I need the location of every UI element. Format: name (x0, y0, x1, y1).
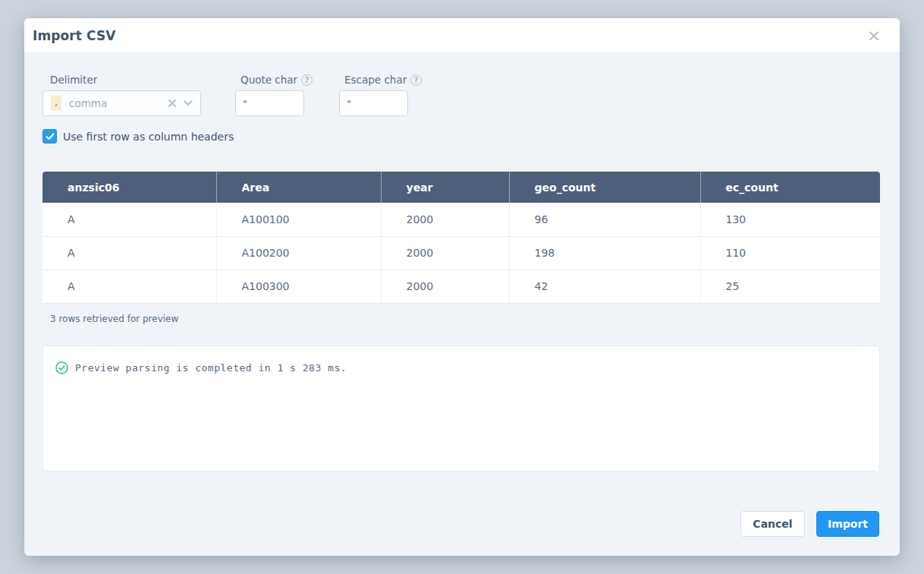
table-cell: 2000 (381, 270, 509, 303)
table-cell: 2000 (381, 203, 509, 236)
check-icon (46, 133, 55, 140)
dialog-header: Import CSV × (24, 18, 900, 53)
delimiter-label: Delimiter (50, 74, 201, 86)
table-row: AA1002002000198110 (42, 236, 880, 270)
dialog-title: Import CSV (24, 28, 116, 43)
column-header: Area (216, 172, 381, 203)
delimiter-selected-value: comma (69, 97, 168, 109)
table-cell: 198 (509, 236, 700, 270)
clear-icon[interactable] (168, 99, 177, 108)
log-line: Preview parsing is completed in 1 s 283 … (55, 361, 867, 374)
table-row: AA10030020004225 (42, 270, 880, 303)
close-icon[interactable]: × (865, 27, 883, 45)
column-header: geo_count (509, 172, 700, 203)
table-cell: A100200 (216, 236, 381, 270)
delimiter-field: Delimiter , comma (42, 74, 201, 116)
table-header-row: anzsic06Areayeargeo_countec_count (42, 172, 880, 203)
log-message: Preview parsing is completed in 1 s 283 … (75, 362, 347, 374)
table-cell: 2000 (381, 236, 509, 270)
table-cell: 110 (700, 236, 880, 270)
import-button[interactable]: Import (816, 511, 879, 537)
delimiter-char-chip: , (51, 96, 61, 111)
help-icon[interactable]: ? (301, 74, 313, 86)
column-header: year (381, 172, 509, 203)
table-cell: 25 (700, 270, 880, 303)
escape-char-label: Escape char ? (344, 74, 422, 86)
table-cell: 130 (700, 203, 880, 236)
help-icon[interactable]: ? (410, 74, 422, 86)
escape-char-field: Escape char ? (339, 74, 422, 116)
csv-preview-table: anzsic06Areayeargeo_countec_count AA1001… (42, 172, 880, 304)
column-header: ec_count (700, 172, 880, 203)
success-check-circle-icon (55, 361, 68, 374)
chevron-down-icon[interactable] (184, 100, 193, 106)
column-header: anzsic06 (42, 172, 216, 203)
table-cell: A100100 (216, 203, 381, 236)
first-row-headers-checkbox-row[interactable]: Use first row as column headers (42, 129, 234, 144)
table-cell: 42 (509, 270, 700, 303)
parsing-log-panel: Preview parsing is completed in 1 s 283 … (42, 345, 880, 472)
table-cell: A100300 (216, 270, 381, 303)
preview-row-count-note: 3 rows retrieved for preview (50, 314, 178, 324)
escape-char-input[interactable] (339, 90, 408, 116)
import-csv-dialog: Import CSV × Delimiter , comma Quote cha… (24, 18, 900, 556)
table-cell: A (42, 203, 216, 236)
quote-char-input[interactable] (235, 90, 304, 116)
table-cell: 96 (509, 203, 700, 236)
table-row: AA100100200096130 (42, 203, 880, 236)
cancel-button[interactable]: Cancel (740, 511, 805, 537)
table-cell: A (42, 270, 216, 303)
checkbox-label: Use first row as column headers (63, 131, 234, 143)
delimiter-select[interactable]: , comma (42, 90, 201, 116)
checkbox-checked[interactable] (42, 129, 57, 144)
quote-char-field: Quote char ? (235, 74, 313, 116)
table-cell: A (42, 236, 216, 270)
quote-char-label: Quote char ? (240, 74, 313, 86)
